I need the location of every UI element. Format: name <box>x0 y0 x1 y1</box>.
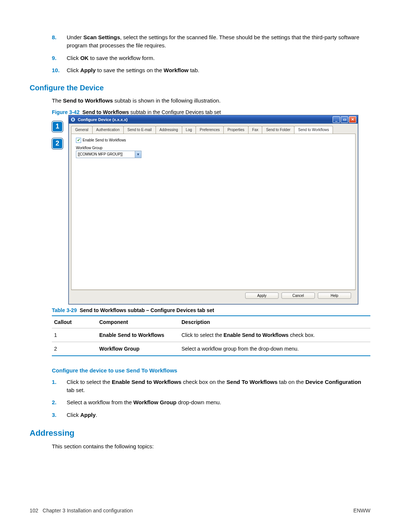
tab-send-to-e-mail[interactable]: Send to E-mail <box>123 126 156 134</box>
step-number: 10. <box>52 66 67 74</box>
tab-fax[interactable]: Fax <box>248 126 263 134</box>
enable-send-to-workflows-checkbox[interactable]: ✔ <box>76 138 81 143</box>
step-number: 9. <box>52 54 67 62</box>
callout-table: Callout Component Description 1Enable Se… <box>52 315 370 356</box>
maximize-button[interactable]: ▭ <box>341 116 348 123</box>
table-row: 2Workflow GroupSelect a workflow group f… <box>52 342 370 356</box>
tab-log[interactable]: Log <box>182 126 196 134</box>
apply-button[interactable]: Apply <box>245 292 279 299</box>
enable-send-to-workflows-label: Enable Send to Workflows <box>83 138 126 142</box>
list-item: 1.Click to select the Enable Send to Wor… <box>52 378 370 394</box>
step-number: 3. <box>52 411 67 419</box>
figure: 1 2 Configure Device (x.x.x.x) ‗ ▭ ✕ Gen… <box>52 115 370 304</box>
addressing-intro: This section contains the following topi… <box>52 442 370 451</box>
cell-description: Select a workflow group from the drop-do… <box>179 342 370 356</box>
step-text: Under Scan Settings, select the settings… <box>67 33 370 50</box>
step-number: 8. <box>52 33 67 50</box>
list-item: 3.Click Apply. <box>52 411 370 419</box>
tab-general[interactable]: General <box>71 126 93 134</box>
table-row: 1Enable Send to WorkflowsClick to select… <box>52 328 370 342</box>
page-number: 102 <box>30 508 38 513</box>
list-item: 8.Under Scan Settings, select the settin… <box>52 33 370 50</box>
tab-authentication[interactable]: Authentication <box>92 126 124 134</box>
minimize-button[interactable]: ‗ <box>333 116 340 123</box>
intro-paragraph: The Send to Workflows subtab is shown in… <box>52 97 370 105</box>
tabstrip: GeneralAuthenticationSend to E-mailAddre… <box>69 124 358 134</box>
tab-send-to-workflows[interactable]: Send to Workflows <box>294 126 333 134</box>
callout-badge-1: 1 <box>52 121 63 132</box>
workflow-group-value: [[COMMON MFP GROUP]] <box>76 152 135 156</box>
heading-configure-device: Configure the Device <box>30 84 370 92</box>
svg-rect-1 <box>72 118 74 121</box>
step-text: Click Apply. <box>67 411 97 419</box>
step-number: 2. <box>52 398 67 406</box>
col-component: Component <box>97 316 179 328</box>
chapter-title: Chapter 3 Installation and configuration <box>43 508 133 513</box>
window-buttons: ‗ ▭ ✕ <box>333 116 356 123</box>
cell-component: Enable Send to Workflows <box>97 328 179 342</box>
step-number: 1. <box>52 378 67 394</box>
figure-caption: Figure 3-42 Send to Workflows subtab in … <box>52 109 370 115</box>
step-text: Click OK to save the workflow form. <box>67 54 155 62</box>
steps-top: 8.Under Scan Settings, select the settin… <box>52 33 370 74</box>
heading-addressing: Addressing <box>30 428 370 438</box>
table-caption-text: Send to Workflows subtab – Configure Dev… <box>80 307 214 313</box>
cell-component: Workflow Group <box>97 342 179 356</box>
enable-send-to-workflows-row: ✔ Enable Send to Workflows <box>76 138 351 143</box>
table-caption: Table 3-29 Send to Workflows subtab – Co… <box>52 307 370 313</box>
list-item: 2.Select a workflow from the Workflow Gr… <box>52 398 370 406</box>
chevron-down-icon[interactable]: ▼ <box>135 151 141 158</box>
table-number: Table 3-29 <box>52 307 77 313</box>
help-button[interactable]: Help <box>318 292 351 299</box>
figure-number: Figure 3-42 <box>52 109 80 115</box>
app-icon <box>70 117 76 122</box>
heading-configure-use-workflows: Configure the device to use Send To Work… <box>52 367 370 374</box>
page-footer: 102 Chapter 3 Installation and configura… <box>30 508 370 513</box>
cell-description: Click to select the Enable Send to Workf… <box>179 328 370 342</box>
col-callout: Callout <box>52 316 97 328</box>
callout-badge-2: 2 <box>52 138 63 149</box>
list-item: 9.Click OK to save the workflow form. <box>52 54 370 62</box>
footer-left: 102 Chapter 3 Installation and configura… <box>30 508 133 513</box>
figure-caption-text: Send to Workflows subtab in the Configur… <box>82 109 221 115</box>
close-button[interactable]: ✕ <box>349 116 356 123</box>
workflow-group-label: Workflow Group <box>76 146 351 150</box>
titlebar: Configure Device (x.x.x.x) ‗ ▭ ✕ <box>69 116 358 124</box>
table-header-row: Callout Component Description <box>52 316 370 328</box>
cell-callout: 2 <box>52 342 97 356</box>
window-title: Configure Device (x.x.x.x) <box>78 117 333 122</box>
page: 8.Under Scan Settings, select the settin… <box>0 0 400 532</box>
cancel-button[interactable]: Cancel <box>281 292 315 299</box>
cell-callout: 1 <box>52 328 97 342</box>
col-description: Description <box>179 316 370 328</box>
footer-right: ENWW <box>353 508 370 513</box>
tab-preferences[interactable]: Preferences <box>196 126 224 134</box>
step-text: Click to select the Enable Send to Workf… <box>67 378 370 394</box>
tab-addressing[interactable]: Addressing <box>156 126 182 134</box>
button-bar: Apply Cancel Help <box>71 290 356 302</box>
step-text: Click Apply to save the settings on the … <box>67 66 199 74</box>
step-text: Select a workflow from the Workflow Grou… <box>67 398 221 406</box>
workflow-group-dropdown[interactable]: [[COMMON MFP GROUP]] ▼ <box>76 151 141 158</box>
steps-bottom: 1.Click to select the Enable Send to Wor… <box>52 378 370 419</box>
tab-panel-send-to-workflows: ✔ Enable Send to Workflows Workflow Grou… <box>71 134 356 290</box>
tab-send-to-folder[interactable]: Send to Folder <box>262 126 294 134</box>
tab-properties[interactable]: Properties <box>223 126 249 134</box>
list-item: 10.Click Apply to save the settings on t… <box>52 66 370 74</box>
configure-device-window: Configure Device (x.x.x.x) ‗ ▭ ✕ General… <box>69 115 358 304</box>
